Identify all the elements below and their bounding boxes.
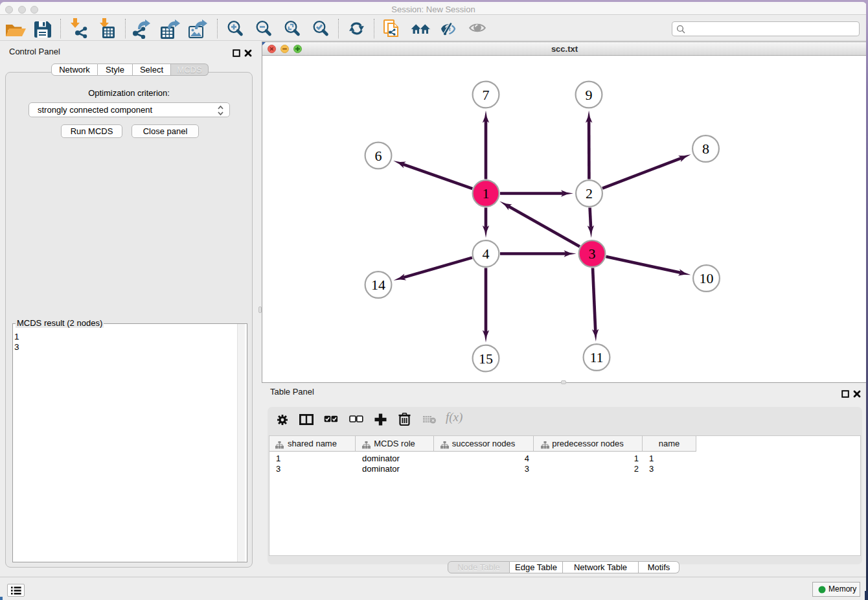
svg-text:1: 1 — [483, 185, 490, 202]
svg-text:15: 15 — [479, 351, 493, 367]
svg-text:7: 7 — [483, 87, 490, 103]
svg-text:3: 3 — [589, 246, 596, 262]
svg-text:4: 4 — [483, 246, 490, 262]
svg-text:2: 2 — [586, 185, 593, 202]
svg-text:8: 8 — [702, 141, 709, 157]
svg-text:9: 9 — [586, 87, 593, 103]
svg-text:10: 10 — [700, 270, 714, 286]
svg-text:11: 11 — [589, 349, 603, 365]
svg-text:14: 14 — [371, 277, 385, 293]
svg-text:6: 6 — [375, 148, 382, 164]
